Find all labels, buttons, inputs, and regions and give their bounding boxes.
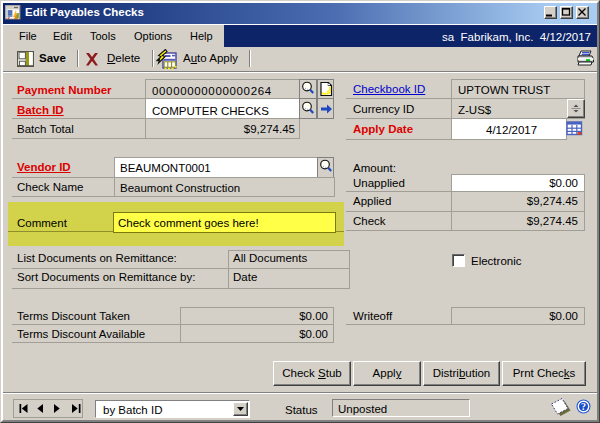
svg-text:?: ? [581, 401, 586, 412]
